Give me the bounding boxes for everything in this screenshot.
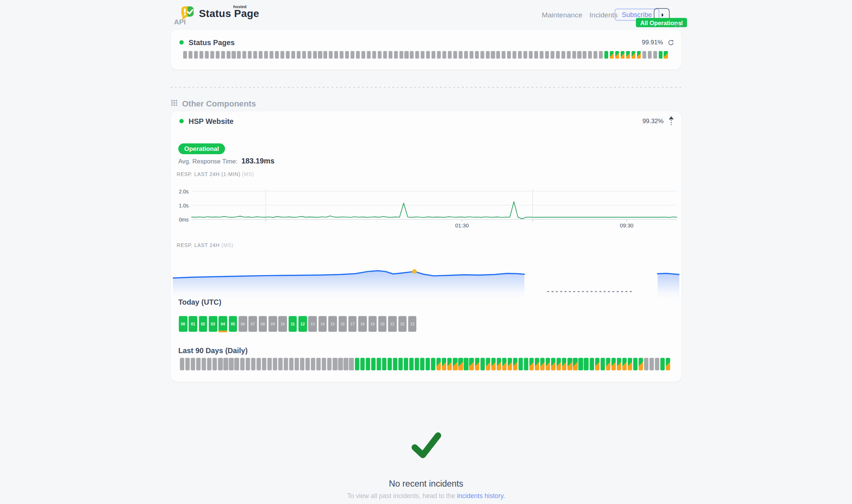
- uptime-bar[interactable]: [242, 51, 246, 59]
- hour-block-17[interactable]: 17: [348, 316, 357, 332]
- day-bar[interactable]: [360, 358, 365, 371]
- day-bar[interactable]: [355, 358, 359, 371]
- uptime-bar[interactable]: [496, 51, 500, 59]
- uptime-bar[interactable]: [432, 51, 435, 59]
- hour-block-20[interactable]: 20: [378, 316, 387, 332]
- hour-block-16[interactable]: 16: [338, 316, 347, 332]
- day-bar[interactable]: [305, 358, 310, 371]
- day-bar[interactable]: [633, 358, 638, 371]
- uptime-bar[interactable]: [405, 51, 408, 59]
- day-bar[interactable]: [388, 358, 392, 371]
- day-bar[interactable]: [551, 358, 556, 371]
- uptime-bar[interactable]: [378, 51, 381, 59]
- uptime-bar[interactable]: [529, 51, 533, 59]
- uptime-bar[interactable]: [610, 51, 614, 59]
- day-bar[interactable]: [213, 358, 217, 371]
- day-bar[interactable]: [278, 358, 283, 371]
- day-bar[interactable]: [289, 358, 293, 371]
- day-bar[interactable]: [628, 358, 632, 371]
- uptime-bar[interactable]: [572, 51, 576, 59]
- uptime-bar[interactable]: [356, 51, 360, 59]
- uptime-bar[interactable]: [399, 51, 403, 59]
- uptime-bar[interactable]: [621, 51, 624, 59]
- uptime-bar[interactable]: [361, 51, 365, 59]
- day-bar[interactable]: [655, 358, 660, 371]
- day-bar[interactable]: [224, 358, 228, 371]
- day-bar[interactable]: [344, 358, 348, 371]
- uptime-bar[interactable]: [421, 51, 425, 59]
- uptime-bar[interactable]: [540, 51, 543, 59]
- day-bar[interactable]: [415, 358, 419, 371]
- day-bar[interactable]: [578, 358, 583, 371]
- uptime-bar[interactable]: [210, 51, 214, 59]
- day-bar[interactable]: [562, 358, 567, 371]
- day-bar[interactable]: [497, 358, 501, 371]
- day-bar[interactable]: [568, 358, 572, 371]
- uptime-bar[interactable]: [237, 51, 241, 59]
- uptime-bar[interactable]: [372, 51, 376, 59]
- uptime-bar[interactable]: [480, 51, 484, 59]
- uptime-bar[interactable]: [188, 51, 192, 59]
- day-bar[interactable]: [540, 358, 545, 371]
- day-bar[interactable]: [595, 358, 599, 371]
- day-bar[interactable]: [295, 358, 299, 371]
- uptime-bar[interactable]: [577, 51, 581, 59]
- day-bar[interactable]: [207, 358, 212, 371]
- hour-block-08[interactable]: 08: [259, 316, 267, 332]
- day-bar[interactable]: [393, 358, 397, 371]
- uptime-bar[interactable]: [518, 51, 522, 59]
- uptime-bar[interactable]: [567, 51, 570, 59]
- day-bar[interactable]: [660, 358, 665, 371]
- uptime-bar[interactable]: [604, 51, 608, 59]
- day-bar[interactable]: [453, 358, 457, 371]
- uptime-bar[interactable]: [254, 51, 257, 59]
- day-bar[interactable]: [502, 358, 507, 371]
- day-bar[interactable]: [573, 358, 577, 371]
- uptime-bar[interactable]: [491, 51, 495, 59]
- day-bar[interactable]: [420, 358, 425, 371]
- uptime-bar[interactable]: [313, 51, 316, 59]
- hour-block-15[interactable]: 15: [328, 316, 337, 332]
- hour-block-11[interactable]: 11: [288, 316, 297, 332]
- nav-incidents[interactable]: Incidents: [590, 11, 618, 19]
- uptime-bar[interactable]: [340, 51, 343, 59]
- uptime-bar[interactable]: [248, 51, 252, 59]
- day-bar[interactable]: [218, 358, 222, 371]
- day-bar[interactable]: [316, 358, 321, 371]
- uptime-bar[interactable]: [561, 51, 565, 59]
- uptime-bar[interactable]: [227, 51, 230, 59]
- hour-block-00[interactable]: 00: [179, 316, 187, 332]
- day-bar[interactable]: [650, 358, 654, 371]
- day-bar[interactable]: [431, 358, 436, 371]
- uptime-bar[interactable]: [534, 51, 538, 59]
- uptime-bar[interactable]: [653, 51, 657, 59]
- uptime-bar[interactable]: [502, 51, 506, 59]
- uptime-bar[interactable]: [507, 51, 511, 59]
- day-bar[interactable]: [475, 358, 479, 371]
- uptime-bar[interactable]: [199, 51, 203, 59]
- day-bar[interactable]: [590, 358, 594, 371]
- day-bar[interactable]: [284, 358, 288, 371]
- day-bar[interactable]: [464, 358, 468, 371]
- uptime-bar[interactable]: [442, 51, 446, 59]
- uptime-bar[interactable]: [648, 51, 651, 59]
- day-bar[interactable]: [382, 358, 386, 371]
- uptime-bar[interactable]: [513, 51, 516, 59]
- day-bar[interactable]: [235, 358, 239, 371]
- day-bar[interactable]: [185, 358, 190, 371]
- hour-block-01[interactable]: 01: [189, 316, 197, 332]
- uptime-bar[interactable]: [232, 51, 235, 59]
- hour-block-13[interactable]: 13: [308, 316, 317, 332]
- day-bar[interactable]: [300, 358, 305, 371]
- day-bar[interactable]: [262, 358, 266, 371]
- day-bar[interactable]: [322, 358, 326, 371]
- uptime-bar[interactable]: [329, 51, 333, 59]
- uptime-bar[interactable]: [302, 51, 306, 59]
- uptime-bar[interactable]: [599, 51, 603, 59]
- day-bar[interactable]: [469, 358, 474, 371]
- day-bar[interactable]: [398, 358, 403, 371]
- uptime-bar[interactable]: [394, 51, 398, 59]
- uptime-bar[interactable]: [583, 51, 587, 59]
- uptime-bar[interactable]: [658, 51, 662, 59]
- uptime-bar[interactable]: [259, 51, 262, 59]
